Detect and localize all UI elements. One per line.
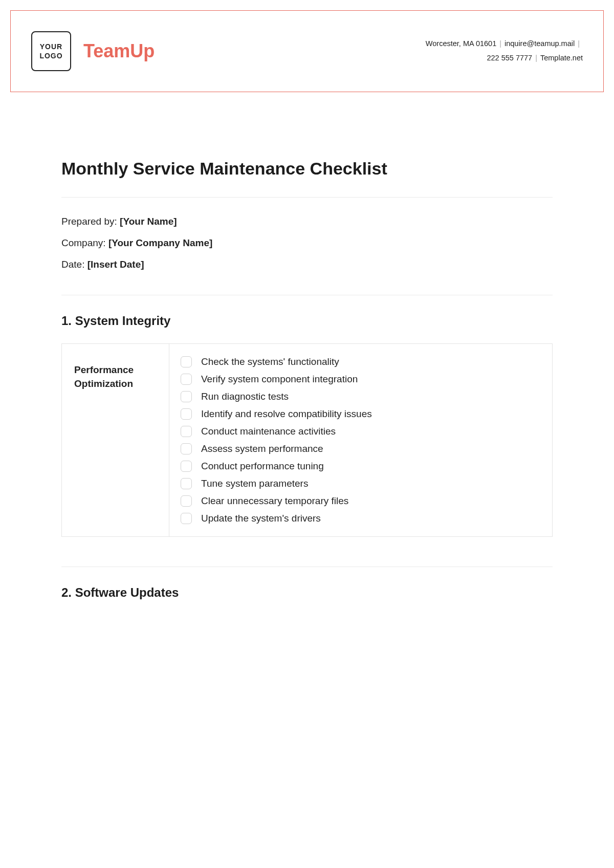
checklist-table: Performance Optimization Check the syste… xyxy=(61,343,553,537)
checklist-text: Verify system component integration xyxy=(201,374,358,385)
checklist-text: Conduct maintenance activities xyxy=(201,426,336,437)
brand-name: TeamUp xyxy=(83,40,155,62)
checklist-text: Update the system's drivers xyxy=(201,513,321,524)
section-heading-1: 1. System Integrity xyxy=(61,314,553,328)
prepared-by-value[interactable]: [Your Name] xyxy=(120,216,177,227)
checklist-item: Clear unnecessary temporary files xyxy=(181,492,541,510)
checkbox-icon[interactable] xyxy=(181,443,192,454)
company-label: Company: xyxy=(61,237,108,248)
checklist-item: Update the system's drivers xyxy=(181,510,541,527)
site-text: Template.net xyxy=(540,54,583,62)
email-text: inquire@teamup.mail xyxy=(505,39,575,48)
checkbox-icon[interactable] xyxy=(181,426,192,437)
checklist-item: Check the systems' functionality xyxy=(181,353,541,371)
checklist-item: Conduct performance tuning xyxy=(181,458,541,475)
section-heading-2: 2. Software Updates xyxy=(61,585,553,600)
checkbox-icon[interactable] xyxy=(181,478,192,489)
date-label: Date: xyxy=(61,259,87,270)
checklist-text: Check the systems' functionality xyxy=(201,356,339,367)
checklist-item: Run diagnostic tests xyxy=(181,388,541,405)
checklist-text: Clear unnecessary temporary files xyxy=(201,495,348,507)
checklist-text: Identify and resolve compatibility issue… xyxy=(201,408,372,420)
prepared-by-label: Prepared by: xyxy=(61,216,120,227)
address-text: Worcester, MA 01601 xyxy=(426,39,496,48)
checkbox-icon[interactable] xyxy=(181,374,192,385)
checklist-text: Tune system parameters xyxy=(201,478,308,489)
checklist-item: Verify system component integration xyxy=(181,371,541,388)
page-title: Monthly Service Maintenance Checklist xyxy=(61,159,553,179)
company-value[interactable]: [Your Company Name] xyxy=(108,237,212,248)
logo-line2: LOGO xyxy=(39,51,62,60)
divider xyxy=(61,197,553,198)
checkbox-icon[interactable] xyxy=(181,391,192,402)
document-page: YOUR LOGO TeamUp Worcester, MA 01601|inq… xyxy=(0,0,614,868)
checklist-item: Conduct maintenance activities xyxy=(181,423,541,440)
date-value[interactable]: [Insert Date] xyxy=(87,259,144,270)
checkbox-icon[interactable] xyxy=(181,408,192,420)
category-cell: Performance Optimization xyxy=(62,344,169,536)
checklist-item: Tune system parameters xyxy=(181,475,541,492)
logo-line1: YOUR xyxy=(40,42,62,51)
brand-block: YOUR LOGO TeamUp xyxy=(31,31,155,71)
divider xyxy=(61,295,553,295)
contact-block: Worcester, MA 01601|inquire@teamup.mail|… xyxy=(426,37,583,65)
document-body: Monthly Service Maintenance Checklist Pr… xyxy=(61,159,553,615)
checklist-cell: Check the systems' functionality Verify … xyxy=(169,344,552,536)
checkbox-icon[interactable] xyxy=(181,356,192,367)
checklist-item: Identify and resolve compatibility issue… xyxy=(181,405,541,423)
checkbox-icon[interactable] xyxy=(181,461,192,472)
checklist-text: Run diagnostic tests xyxy=(201,391,289,402)
checklist-text: Assess system performance xyxy=(201,443,323,454)
meta-block: Prepared by: [Your Name] Company: [Your … xyxy=(61,216,553,270)
logo-placeholder: YOUR LOGO xyxy=(31,31,71,71)
checkbox-icon[interactable] xyxy=(181,513,192,524)
phone-text: 222 555 7777 xyxy=(487,54,532,62)
checkbox-icon[interactable] xyxy=(181,495,192,507)
letterhead: YOUR LOGO TeamUp Worcester, MA 01601|inq… xyxy=(10,10,604,92)
divider xyxy=(61,567,553,567)
checklist-text: Conduct performance tuning xyxy=(201,461,324,472)
checklist-item: Assess system performance xyxy=(181,440,541,458)
